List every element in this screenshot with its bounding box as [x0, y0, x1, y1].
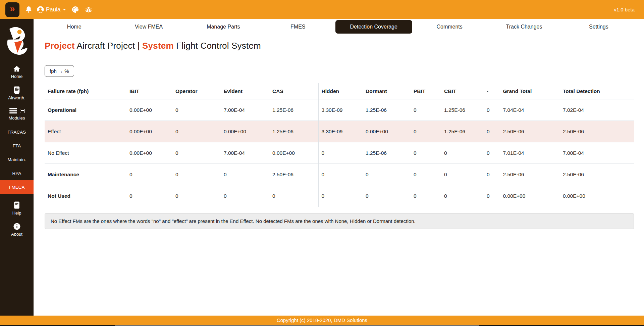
table-row: Operational0.00E+0007.00E-041.25E-063.30…	[45, 99, 634, 121]
tab-comments[interactable]: Comments	[412, 20, 487, 33]
system-name: Flight Control System	[176, 41, 261, 51]
cell-value: 0	[363, 185, 411, 207]
sidebar-item-label: Maintain.	[8, 157, 26, 162]
cell-value: 0	[411, 164, 441, 185]
copyright-bar: Copyright (c) 2018-2020, DMD Solutions	[0, 316, 644, 325]
tab-label: FMES	[284, 20, 311, 33]
sidebar-item-airworth[interactable]: Airworth.	[0, 86, 34, 100]
column-header: CAS	[269, 83, 318, 99]
cell-value: 0	[411, 99, 441, 121]
column-header: Total Detection	[560, 83, 634, 99]
tab-label: Track Changes	[500, 20, 548, 33]
cell-value: 2.50E-06	[560, 164, 634, 185]
tab-view-fmea[interactable]: View FMEA	[111, 20, 186, 33]
sidebar: HomeAirworth.ModulesFRACASFTAMaintain.RP…	[0, 19, 34, 316]
cell-value: 0	[411, 121, 441, 142]
cell-value: 0	[441, 164, 484, 185]
column-header: Evident	[221, 83, 269, 99]
sidebar-nav: HomeAirworth.ModulesFRACASFTAMaintain.RP…	[0, 58, 34, 237]
sidebar-item-label: Airworth.	[8, 95, 25, 100]
cell-value: 0	[411, 185, 441, 207]
cell-value: 2.50E-06	[500, 121, 560, 142]
no-effect-note: No Effect FMs are the ones where the wor…	[45, 213, 634, 229]
cell-value: 0.00E+00	[126, 142, 172, 164]
cell-value: 0	[172, 185, 221, 207]
sidebar-item-maintain[interactable]: Maintain.	[0, 153, 34, 167]
sidebar-item-label: FTA	[13, 143, 21, 148]
table-row: Effect0.00E+0000.00E+001.25E-063.30E-090…	[45, 121, 634, 142]
cell-value: 0	[172, 142, 221, 164]
cell-value: 0.00E+00	[560, 185, 634, 207]
cell-value: 0.00E+00	[126, 121, 172, 142]
row-label: Maintenance	[45, 164, 126, 185]
main-area: HomeView FMEAManage PartsFMESDetection C…	[34, 19, 644, 316]
sidebar-collapse-button[interactable]: »	[5, 2, 19, 17]
detection-coverage-table: Failure rate (fph)IBITOperatorEvidentCAS…	[45, 83, 634, 207]
tab-fmes[interactable]: FMES	[261, 20, 335, 33]
notifications-bell-icon[interactable]	[25, 6, 33, 13]
cell-value: 2.50E-06	[560, 121, 634, 142]
table-row: No Effect0.00E+0007.00E-040.00E+0001.25E…	[45, 142, 634, 164]
tab-manage-parts[interactable]: Manage Parts	[186, 20, 261, 33]
theme-palette-icon[interactable]	[71, 6, 79, 13]
top-bar: » Paula	[0, 0, 644, 19]
cell-value: 0.00E+00	[500, 185, 560, 207]
tab-label: Settings	[583, 20, 614, 33]
cell-value: 1.25E-06	[363, 99, 411, 121]
user-menu[interactable]: Paula	[37, 6, 66, 13]
cell-value: 0	[221, 185, 269, 207]
cell-value: 7.00E-04	[221, 99, 269, 121]
sidebar-item-fta[interactable]: FTA	[0, 139, 34, 153]
title-separator: |	[138, 41, 140, 51]
project-label: Project	[45, 41, 75, 51]
cell-value: 1.25E-06	[363, 142, 411, 164]
cell-value: 0	[484, 121, 500, 142]
table-row: Not Used0000000000.00E+000.00E+00	[45, 185, 634, 207]
system-label: System	[142, 41, 174, 51]
tab-track-changes[interactable]: Track Changes	[487, 20, 561, 33]
home-icon	[13, 65, 21, 73]
double-chevron-icon: »	[10, 4, 15, 13]
tab-settings[interactable]: Settings	[561, 20, 636, 33]
cell-value: 7.00E-04	[221, 142, 269, 164]
cell-value: 0	[484, 164, 500, 185]
tab-home[interactable]: Home	[37, 20, 111, 33]
cell-value: 1.25E-06	[441, 121, 484, 142]
tab-label: Home	[61, 20, 88, 33]
modules-menu-icon	[9, 107, 17, 114]
cell-value: 7.04E-04	[500, 99, 560, 121]
info-icon	[13, 223, 21, 230]
sidebar-item-help[interactable]: Help	[0, 201, 34, 216]
window-icon	[20, 109, 25, 113]
column-header: Hidden	[318, 83, 363, 99]
sidebar-item-fracas[interactable]: FRACAS	[0, 125, 34, 139]
cell-value: 1.25E-06	[269, 99, 318, 121]
debug-bug-icon[interactable]	[85, 6, 93, 13]
column-header: IBIT	[126, 83, 172, 99]
column-header: Dormant	[363, 83, 411, 99]
fph-to-percent-toggle-button[interactable]: fph → %	[45, 65, 74, 77]
airworthiness-book-icon	[13, 86, 20, 94]
sidebar-item-about[interactable]: About	[0, 223, 34, 237]
cell-value: 0	[126, 185, 172, 207]
user-avatar-icon	[37, 6, 44, 13]
cell-value: 0	[484, 185, 500, 207]
app-logo	[5, 25, 29, 58]
row-label: Operational	[45, 99, 126, 121]
cell-value: 0.00E+00	[221, 121, 269, 142]
version-label: v1.0 beta	[614, 7, 635, 12]
cell-value: 0	[126, 164, 172, 185]
cell-value: 7.00E-04	[560, 142, 634, 164]
table-header-row: Failure rate (fph)IBITOperatorEvidentCAS…	[45, 83, 634, 99]
sidebar-item-label: Help	[12, 211, 21, 216]
column-header: Grand Total	[500, 83, 560, 99]
tab-label: View FMEA	[129, 20, 169, 33]
cell-value: 3.30E-09	[318, 121, 363, 142]
sidebar-item-home[interactable]: Home	[0, 65, 34, 79]
sidebar-item-modules[interactable]: Modules	[0, 107, 34, 121]
sidebar-item-label: RPA	[12, 171, 21, 176]
sidebar-item-rpa[interactable]: RPA	[0, 167, 34, 180]
cell-value: 0	[172, 121, 221, 142]
tab-detection-coverage[interactable]: Detection Coverage	[335, 20, 412, 34]
sidebar-item-fmeca[interactable]: FMECA	[0, 180, 34, 194]
